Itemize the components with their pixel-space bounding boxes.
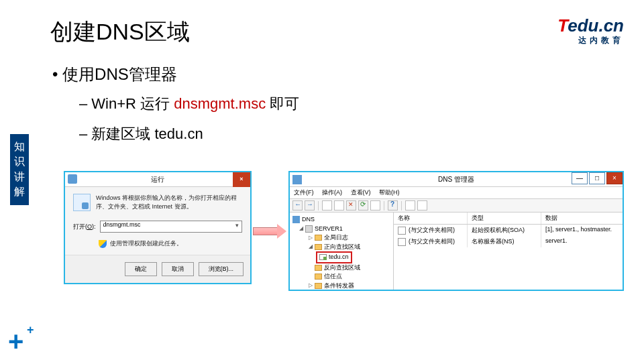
folder-icon[interactable] (334, 200, 344, 210)
arrow-icon (253, 225, 286, 237)
refresh-icon[interactable] (358, 200, 368, 210)
browse-button[interactable]: 浏览(B)... (199, 262, 244, 276)
list-row[interactable]: (与父文件夹相同) 名称服务器(NS) server1. (394, 236, 623, 247)
run-title-text: 运行 (151, 176, 164, 183)
run-icon (68, 174, 77, 184)
cancel-button[interactable]: 取消 (162, 262, 194, 276)
tree-zone-selected[interactable]: tedu.cn (292, 251, 390, 263)
slide-title: 创建DNS区域 (50, 17, 190, 48)
list-row[interactable]: (与父文件夹相同) 起始授权机构(SOA) [1], server1., hos… (394, 225, 623, 236)
close-button[interactable]: × (233, 172, 250, 187)
toolbar (290, 199, 623, 213)
side-tag: 知识讲解 (10, 134, 29, 205)
col-name[interactable]: 名称 (394, 213, 468, 224)
col-data[interactable]: 数据 (541, 213, 623, 224)
tree-root[interactable]: DNS (292, 215, 390, 225)
brand-logo: Tedu.cn 达内教育 (557, 15, 624, 46)
run-dialog: 运行 × Windows 将根据你所输入的名称，为你打开相应的程序、文件夹、文档… (64, 171, 252, 284)
tree-trust-points[interactable]: 信任点 (292, 272, 390, 282)
list-pane: 名称 类型 数据 (与父文件夹相同) 起始授权机构(SOA) [1], serv… (394, 213, 623, 290)
bullet-level1: 使用DNS管理器 (52, 64, 177, 85)
tree-reverse-zones[interactable]: 反向查找区域 (292, 263, 390, 273)
doc-icon[interactable] (322, 200, 332, 210)
shield-icon (99, 240, 107, 248)
delete-icon[interactable] (346, 200, 356, 210)
open-input[interactable]: dnsmgmt.msc (100, 221, 242, 233)
run-description: Windows 将根据你所输入的名称，为你打开相应的程序、文件夹、文档或 Int… (96, 194, 242, 211)
dns-titlebar: DNS 管理器 — □ × (290, 172, 623, 187)
menu-file[interactable]: 文件(F) (294, 189, 314, 196)
decoration-plus: ++ (8, 326, 23, 357)
tree-forward-zones[interactable]: ◢正向查找区域 (292, 243, 390, 252)
help-icon[interactable] (388, 200, 398, 210)
admin-note: 使用管理权限创建此任务。 (110, 239, 182, 248)
tree-conditional-fwd[interactable]: ▷条件转发器 (292, 282, 390, 290)
menu-view[interactable]: 查看(V) (351, 189, 371, 196)
col-type[interactable]: 类型 (468, 213, 541, 224)
list2-icon[interactable] (417, 200, 427, 210)
bullet-level2-a: Win+R 运行 dnsmgmt.msc 即可 (79, 94, 299, 114)
properties-icon[interactable] (370, 200, 380, 210)
list-header: 名称 类型 数据 (394, 213, 623, 225)
minimize-button[interactable]: — (572, 172, 588, 184)
back-icon[interactable] (292, 200, 303, 210)
tree-global-log[interactable]: ▷全局日志 (292, 233, 390, 243)
bullet-level2-b: 新建区域 tedu.cn (79, 124, 203, 144)
menu-help[interactable]: 帮助(H) (379, 189, 400, 196)
open-label: 打开(O): (73, 223, 96, 231)
run-app-icon (73, 194, 91, 211)
run-titlebar: 运行 × (65, 172, 250, 187)
list-icon[interactable] (405, 200, 415, 210)
tree-pane: DNS ◢SERVER1 ▷全局日志 ◢正向查找区域 tedu.cn 反向查找区… (290, 213, 394, 290)
menubar: 文件(F) 操作(A) 查看(V) 帮助(H) (290, 187, 623, 199)
maximize-button[interactable]: □ (589, 172, 605, 184)
menu-action[interactable]: 操作(A) (322, 189, 342, 196)
dns-app-icon (292, 175, 302, 184)
close-button[interactable]: × (606, 172, 623, 184)
tree-server[interactable]: ◢SERVER1 (292, 225, 390, 234)
ok-button[interactable]: 确定 (125, 262, 157, 276)
dns-manager-window: DNS 管理器 — □ × 文件(F) 操作(A) 查看(V) 帮助(H) (288, 171, 624, 291)
forward-icon[interactable] (305, 200, 315, 210)
